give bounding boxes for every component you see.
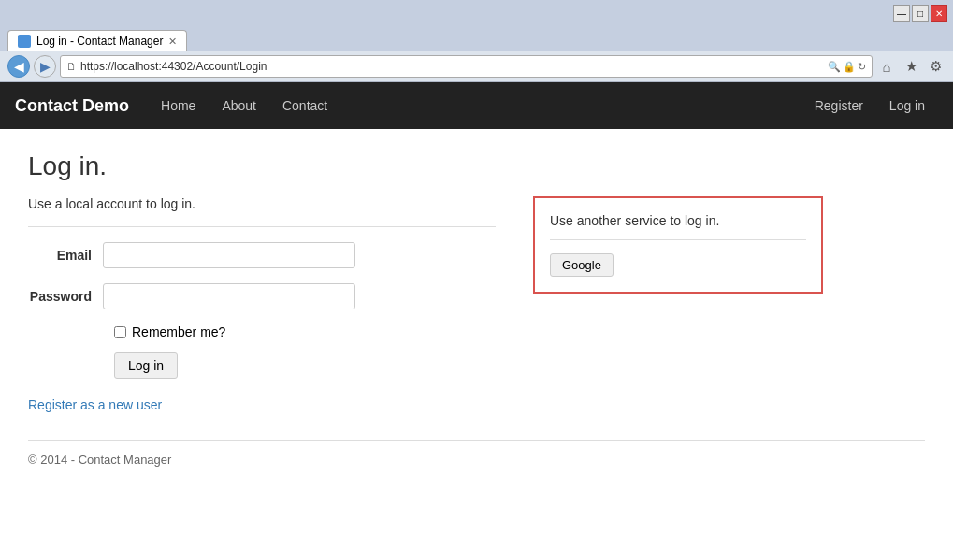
email-input[interactable] — [103, 242, 355, 268]
remember-me-checkbox[interactable] — [114, 326, 126, 338]
close-button[interactable]: ✕ — [931, 5, 947, 22]
password-label: Password — [28, 289, 103, 304]
tab-label: Log in - Contact Manager — [36, 35, 163, 48]
password-form-group: Password — [28, 283, 496, 309]
favorites-icon[interactable]: ★ — [901, 56, 921, 77]
refresh-icon[interactable]: ↻ — [858, 61, 866, 73]
app-navbar: Contact Demo Home About Contact Register… — [0, 82, 953, 129]
service-title: Use another service to log in. — [550, 213, 806, 228]
register-link[interactable]: Register as a new user — [28, 397, 162, 412]
service-divider — [550, 239, 806, 240]
remember-me-row: Remember me? — [114, 324, 496, 339]
address-url: https://localhost:44302/Account/Login — [80, 60, 824, 73]
form-divider — [28, 226, 496, 227]
title-bar: — □ ✕ — [0, 0, 953, 26]
address-actions: 🔍 🔒 ↻ — [828, 61, 866, 73]
forward-button[interactable]: ▶ — [34, 55, 56, 78]
nav-about[interactable]: About — [209, 84, 269, 127]
nav-register[interactable]: Register — [801, 84, 876, 127]
main-layout: Use a local account to log in. Email Pas… — [28, 196, 925, 412]
footer-divider — [28, 440, 925, 441]
window-controls: — □ ✕ — [893, 5, 947, 22]
page-content: Log in. Use a local account to log in. E… — [0, 129, 953, 489]
password-input[interactable] — [103, 283, 355, 309]
page-icon: 🗋 — [66, 61, 77, 72]
nav-home[interactable]: Home — [148, 84, 209, 127]
page-title: Log in. — [28, 151, 925, 181]
toolbar-icons: ⌂ ★ ⚙ — [876, 56, 946, 77]
login-button[interactable]: Log in — [114, 352, 178, 379]
tab-close-button[interactable]: ✕ — [168, 36, 177, 48]
lock-icon: 🔒 — [843, 61, 856, 73]
address-input-wrap: 🗋 https://localhost:44302/Account/Login … — [60, 55, 873, 78]
search-icon[interactable]: 🔍 — [828, 61, 841, 73]
email-form-group: Email — [28, 242, 496, 268]
main-nav: Home About Contact — [148, 84, 340, 127]
settings-icon[interactable]: ⚙ — [925, 56, 946, 77]
app-brand[interactable]: Contact Demo — [15, 96, 129, 116]
nav-right: Register Log in — [801, 84, 938, 127]
service-section: Use another service to log in. Google — [533, 196, 823, 294]
footer-text: © 2014 - Contact Manager — [28, 452, 925, 467]
minimize-button[interactable]: — — [893, 5, 910, 22]
remember-me-label: Remember me? — [132, 324, 225, 339]
tab-bar: Log in - Contact Manager ✕ — [0, 26, 953, 51]
home-icon[interactable]: ⌂ — [876, 56, 897, 77]
tab-favicon — [18, 35, 31, 48]
nav-login[interactable]: Log in — [876, 84, 938, 127]
local-section-title: Use a local account to log in. — [28, 196, 496, 211]
maximize-button[interactable]: □ — [912, 5, 929, 22]
email-label: Email — [28, 248, 103, 263]
login-form-section: Use a local account to log in. Email Pas… — [28, 196, 496, 412]
address-bar: ◀ ▶ 🗋 https://localhost:44302/Account/Lo… — [0, 51, 953, 81]
back-button[interactable]: ◀ — [7, 55, 30, 78]
browser-chrome: — □ ✕ Log in - Contact Manager ✕ ◀ ▶ 🗋 h… — [0, 0, 953, 82]
active-tab[interactable]: Log in - Contact Manager ✕ — [7, 30, 187, 51]
google-button[interactable]: Google — [550, 253, 614, 277]
nav-contact[interactable]: Contact — [269, 84, 340, 127]
